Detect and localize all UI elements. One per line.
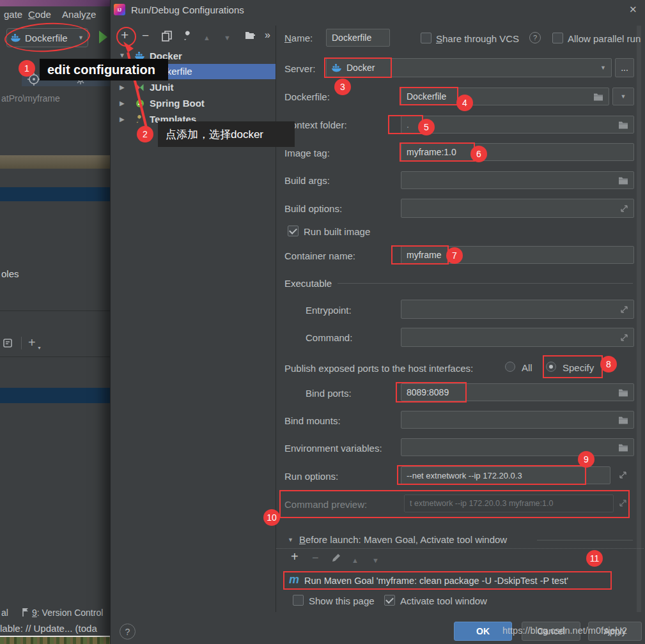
more-actions-icon[interactable]: » bbox=[265, 29, 270, 41]
executable-group-label: Executable bbox=[284, 278, 332, 289]
bind-mounts-input[interactable] bbox=[401, 411, 634, 429]
expand-icon[interactable] bbox=[619, 471, 627, 479]
remove-task-button[interactable]: − bbox=[312, 552, 319, 564]
frame-icon[interactable] bbox=[3, 337, 14, 351]
server-label: Server: bbox=[284, 63, 315, 74]
dockerfile-input[interactable]: Dockerfile bbox=[401, 88, 609, 105]
annotation-badge-7: 7 bbox=[446, 247, 463, 264]
container-name-label: Container name: bbox=[284, 250, 355, 261]
run-built-image-label: Run built image bbox=[304, 226, 370, 237]
chevron-down-icon: ▼ bbox=[600, 65, 606, 71]
publish-all-radio[interactable] bbox=[505, 362, 515, 372]
folder-icon[interactable] bbox=[618, 121, 628, 129]
build-options-input[interactable] bbox=[401, 199, 634, 218]
panel-divider-2 bbox=[0, 356, 110, 357]
bind-ports-input[interactable]: 8089:8089 bbox=[401, 383, 634, 401]
flag-icon bbox=[21, 607, 30, 620]
annotation-badge-3: 3 bbox=[334, 79, 351, 95]
name-input[interactable]: Dockerfile bbox=[326, 29, 390, 47]
folder-icon[interactable] bbox=[618, 176, 628, 185]
folder-icon[interactable] bbox=[593, 93, 603, 101]
folder-icon[interactable] bbox=[618, 416, 628, 424]
edit-pencil-icon[interactable] bbox=[331, 553, 341, 565]
before-launch-header[interactable]: Before launch: Maven Goal, Activate tool… bbox=[299, 534, 507, 545]
menu-item-analyze[interactable]: Analyze bbox=[62, 9, 96, 20]
show-this-page-checkbox[interactable] bbox=[293, 595, 304, 606]
env-vars-input[interactable] bbox=[401, 438, 634, 456]
expand-icon[interactable] bbox=[620, 334, 628, 342]
build-options-label: Build options: bbox=[284, 203, 342, 214]
screen: gate Code Analyze Dockerfile ▼ − atPro\m… bbox=[0, 0, 645, 644]
dockerfile-dropdown-button[interactable]: ▼ bbox=[612, 88, 634, 105]
consoles-label: oles bbox=[1, 268, 19, 279]
annotation-badge-4: 4 bbox=[456, 95, 473, 111]
run-built-image-checkbox[interactable] bbox=[288, 226, 299, 236]
show-this-page-label: Show this page bbox=[309, 595, 375, 606]
move-up-icon[interactable]: ▲ bbox=[203, 32, 210, 44]
folder-icon[interactable] bbox=[618, 443, 628, 452]
ide-background: gate Code Analyze Dockerfile ▼ − atPro\m… bbox=[0, 0, 110, 644]
project-path: atPro\myframe bbox=[1, 93, 60, 103]
scrollbar-track[interactable] bbox=[637, 26, 641, 612]
server-browse-button[interactable]: ... bbox=[615, 58, 634, 77]
activate-tool-window-checkbox[interactable] bbox=[384, 595, 395, 606]
annotation-badge-9: 9 bbox=[578, 451, 594, 468]
expand-icon[interactable] bbox=[620, 204, 628, 213]
entrypoint-input[interactable] bbox=[401, 300, 634, 319]
server-combobox[interactable]: Docker ▼ bbox=[326, 58, 612, 77]
create-folder-icon[interactable] bbox=[245, 31, 256, 43]
menu-item-code[interactable]: Code bbox=[28, 9, 51, 20]
annotation-badge-5: 5 bbox=[418, 119, 435, 135]
command-label: Command: bbox=[306, 332, 352, 343]
add-icon[interactable]: + bbox=[28, 337, 36, 349]
maven-goal-task[interactable]: Run Maven Goal 'myframe: clean package -… bbox=[304, 576, 568, 586]
tree-item-spring-boot[interactable]: Spring Boot bbox=[150, 98, 205, 109]
run-options-input[interactable]: --net extnetwork --ip 172.20.0.3 bbox=[401, 466, 610, 484]
intellij-logo-icon: IJ bbox=[114, 4, 125, 15]
task-down-icon[interactable]: ▼ bbox=[372, 555, 379, 567]
command-input[interactable] bbox=[401, 328, 634, 347]
toolbar-divider bbox=[21, 337, 22, 349]
name-label: Name: bbox=[284, 33, 313, 43]
allow-parallel-checkbox[interactable] bbox=[552, 33, 563, 43]
image-tag-input[interactable]: myframe:1.0 bbox=[401, 143, 634, 161]
move-down-icon[interactable]: ▼ bbox=[224, 32, 231, 44]
expand-icon[interactable] bbox=[619, 499, 627, 507]
annotation-badge-2: 2 bbox=[137, 126, 153, 142]
entrypoint-label: Entrypoint: bbox=[306, 305, 352, 316]
allow-parallel-label: Allow parallel run bbox=[568, 33, 641, 44]
annotation-badge-10: 10 bbox=[263, 509, 280, 526]
help-circle-icon[interactable]: ? bbox=[529, 32, 541, 43]
annotation-badge-8: 8 bbox=[600, 356, 617, 372]
build-args-input[interactable] bbox=[401, 171, 634, 189]
menu-item-navigate[interactable]: gate bbox=[4, 9, 22, 20]
terminal-tab-label[interactable]: al bbox=[1, 608, 8, 618]
share-vcs-checkbox[interactable] bbox=[421, 33, 431, 43]
container-name-input[interactable]: myframe bbox=[401, 246, 634, 264]
before-launch-collapse-icon[interactable]: ▼ bbox=[288, 537, 293, 543]
chevron-down-icon: ▼ bbox=[621, 93, 626, 100]
edit-configuration-tooltip: edit configuration bbox=[40, 59, 168, 80]
publish-all-label: All bbox=[522, 362, 532, 373]
task-up-icon[interactable]: ▲ bbox=[352, 555, 359, 567]
copy-config-icon[interactable] bbox=[162, 31, 172, 44]
annotation-arrow bbox=[118, 38, 157, 131]
docker-icon bbox=[332, 63, 342, 72]
folder-icon[interactable] bbox=[618, 388, 628, 397]
version-control-tab[interactable]: 9: Version Control bbox=[32, 608, 103, 618]
expand-icon[interactable] bbox=[620, 305, 628, 314]
wrench-icon[interactable] bbox=[183, 31, 194, 44]
close-icon[interactable]: ✕ bbox=[629, 4, 637, 15]
dialog-help-button[interactable]: ? bbox=[120, 624, 136, 640]
caret-down-icon: ▼ bbox=[37, 346, 42, 350]
run-button[interactable] bbox=[99, 31, 107, 43]
bind-ports-label: Bind ports: bbox=[306, 388, 352, 399]
add-task-button[interactable]: + bbox=[291, 551, 299, 563]
activate-tool-window-label: Activate tool window bbox=[400, 595, 487, 606]
publish-specify-radio[interactable] bbox=[546, 362, 556, 372]
run-options-label: Run options: bbox=[284, 471, 338, 482]
group-separator bbox=[338, 283, 633, 284]
context-folder-input[interactable]: . bbox=[401, 116, 634, 134]
command-preview-label: Command preview: bbox=[284, 499, 367, 510]
before-launch-separator bbox=[276, 548, 644, 549]
